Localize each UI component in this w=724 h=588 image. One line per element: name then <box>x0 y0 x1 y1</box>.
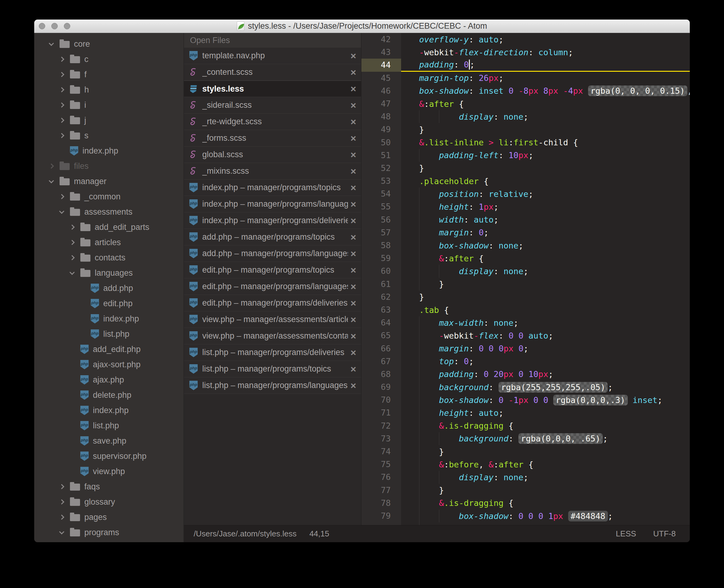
open-file-view.php[interactable]: phpview.php – manager/assessments/articl… <box>184 311 361 328</box>
tree-item-ajax.php[interactable]: phpajax.php <box>34 372 184 387</box>
tree-item-contacts[interactable]: contacts <box>34 250 184 265</box>
code-line-55[interactable]: height: 1px; <box>401 200 690 213</box>
tree-item-supervisor.php[interactable]: phpsupervisor.php <box>34 448 184 464</box>
tree-item-c[interactable]: c <box>34 51 184 67</box>
code-line-78[interactable]: &.is-dragging { <box>401 497 690 509</box>
code-line-50[interactable]: &.list-inline > li:first-child { <box>401 136 690 149</box>
code-line-57[interactable]: margin: 0; <box>401 226 690 239</box>
chevron-right-icon[interactable] <box>59 484 64 489</box>
project-tree[interactable]: corecfhijsphpindex.phpfilesmanager_commo… <box>34 33 184 542</box>
tree-item-add_edit.php[interactable]: phpadd_edit.php <box>34 342 184 357</box>
open-file-view.php[interactable]: phpview.php – manager/assessments/contac… <box>184 328 361 344</box>
code-line-48[interactable]: display: none; <box>401 110 690 123</box>
encoding-selector[interactable]: UTF-8 <box>653 529 676 539</box>
open-file-list.php[interactable]: phplist.php – manager/programs/deliverie… <box>184 344 361 361</box>
code-line-65[interactable]: -webkit-flex: 0 0 auto; <box>401 329 690 342</box>
grammar-selector[interactable]: LESS <box>616 529 636 539</box>
tree-item-languages[interactable]: languages <box>34 265 184 280</box>
code-line-71[interactable]: height: auto; <box>401 406 690 419</box>
code-line-79[interactable]: box-shadow: 0 0 0 1px #484848; <box>401 509 690 522</box>
code-line-45[interactable]: margin-top: 26px; <box>401 72 690 85</box>
close-file-icon[interactable]: × <box>350 133 356 143</box>
open-file-index.php[interactable]: phpindex.php – manager/programs/topics× <box>184 180 361 196</box>
code-line-60[interactable]: display: none; <box>401 265 690 277</box>
close-file-icon[interactable]: × <box>350 166 356 176</box>
open-file-edit.php[interactable]: phpedit.php – manager/programs/languages… <box>184 278 361 295</box>
close-file-icon[interactable]: × <box>350 150 356 160</box>
zoom-window-button[interactable] <box>64 23 70 29</box>
chevron-right-icon[interactable] <box>49 164 54 169</box>
close-file-icon[interactable]: × <box>350 183 356 193</box>
chevron-down-icon[interactable] <box>69 270 75 275</box>
open-file-template.nav.php[interactable]: phptemplate.nav.php× <box>184 48 361 64</box>
code-line-73[interactable]: background: rgba(0,0,0, .65); <box>401 432 690 445</box>
code-line-77[interactable]: } <box>401 484 690 497</box>
chevron-down-icon[interactable] <box>59 209 64 214</box>
tree-item-faqs[interactable]: faqs <box>34 479 184 494</box>
code-line-44[interactable]: padding: 0; <box>401 59 690 71</box>
code-line-51[interactable]: padding-left: 10px; <box>401 149 690 162</box>
code-line-70[interactable]: box-shadow: 0 -1px 0 0 rgba(0,0,0,.3) in… <box>401 394 690 406</box>
chevron-right-icon[interactable] <box>59 194 64 200</box>
chevron-right-icon[interactable] <box>59 87 64 92</box>
code-line-56[interactable]: width: auto; <box>401 213 690 226</box>
code-line-53[interactable]: .placeholder { <box>401 175 690 187</box>
tree-item-_common[interactable]: _common <box>34 189 184 204</box>
code-line-64[interactable]: max-width: none; <box>401 316 690 329</box>
code-line-72[interactable]: &.is-dragging { <box>401 419 690 432</box>
code-line-49[interactable]: } <box>401 123 690 136</box>
cursor-position[interactable]: 44,15 <box>309 529 329 539</box>
editor-pane[interactable]: 4243444546474849505152535455565758596061… <box>361 33 690 525</box>
close-file-icon[interactable]: × <box>350 265 356 275</box>
close-file-icon[interactable]: × <box>350 282 356 292</box>
close-file-icon[interactable]: × <box>350 249 356 258</box>
open-file-edit.php[interactable]: phpedit.php – manager/programs/topics× <box>184 262 361 278</box>
close-file-icon[interactable]: × <box>350 298 356 308</box>
tree-item-save.php[interactable]: phpsave.php <box>34 433 184 448</box>
tree-item-add.php[interactable]: phpadd.php <box>34 280 184 296</box>
chevron-right-icon[interactable] <box>69 255 75 260</box>
tree-item-programs[interactable]: programs <box>34 525 184 540</box>
code-line-61[interactable]: } <box>401 278 690 291</box>
tree-item-add_edit_parts[interactable]: add_edit_parts <box>34 219 184 235</box>
chevron-right-icon[interactable] <box>59 103 64 108</box>
code-line-42[interactable]: overflow-y: auto; <box>401 33 690 46</box>
close-file-icon[interactable]: × <box>350 101 356 110</box>
open-file-index.php[interactable]: phpindex.php – manager/programs/language… <box>184 196 361 212</box>
open-file-global.scss[interactable]: global.scss× <box>184 147 361 163</box>
code-line-75[interactable]: &:before, &:after { <box>401 458 690 471</box>
code-line-47[interactable]: &:after { <box>401 98 690 110</box>
code-line-76[interactable]: display: none; <box>401 471 690 484</box>
tree-item-pages[interactable]: pages <box>34 509 184 525</box>
tree-item-manager[interactable]: manager <box>34 174 184 189</box>
close-file-icon[interactable]: × <box>350 364 356 374</box>
chevron-right-icon[interactable] <box>69 225 75 230</box>
open-file-index.php[interactable]: phpindex.php – manager/programs/deliveri… <box>184 212 361 229</box>
chevron-down-icon[interactable] <box>59 529 64 534</box>
close-file-icon[interactable]: × <box>350 315 356 324</box>
close-file-icon[interactable]: × <box>350 51 356 61</box>
code-area[interactable]: overflow-y: auto;-webkit-flex-direction:… <box>401 33 690 525</box>
open-file-_siderail.scss[interactable]: _siderail.scss× <box>184 97 361 113</box>
tree-item-list.php[interactable]: phplist.php <box>34 418 184 433</box>
open-file-_content.scss[interactable]: _content.scss× <box>184 64 361 81</box>
open-file-_mixins.scss[interactable]: _mixins.scss× <box>184 163 361 180</box>
tree-item-index.php[interactable]: phpindex.php <box>34 311 184 327</box>
tree-item-s[interactable]: s <box>34 128 184 143</box>
chevron-right-icon[interactable] <box>69 240 75 245</box>
code-line-58[interactable]: box-shadow: none; <box>401 239 690 252</box>
minimize-window-button[interactable] <box>51 23 58 29</box>
chevron-down-icon[interactable] <box>49 41 54 46</box>
tree-item-ajax-sort.php[interactable]: phpajax-sort.php <box>34 357 184 372</box>
tree-item-i[interactable]: i <box>34 98 184 113</box>
code-line-74[interactable]: } <box>401 445 690 458</box>
tree-item-assessments[interactable]: assessments <box>34 204 184 219</box>
tree-item-h[interactable]: h <box>34 82 184 98</box>
tree-item-view.php[interactable]: phpview.php <box>34 464 184 479</box>
close-file-icon[interactable]: × <box>350 216 356 226</box>
tree-item-glossary[interactable]: glossary <box>34 494 184 509</box>
close-file-icon[interactable]: × <box>350 232 356 242</box>
open-file-add.php[interactable]: phpadd.php – manager/programs/topics× <box>184 229 361 246</box>
close-file-icon[interactable]: × <box>350 348 356 357</box>
code-line-62[interactable]: } <box>401 291 690 303</box>
